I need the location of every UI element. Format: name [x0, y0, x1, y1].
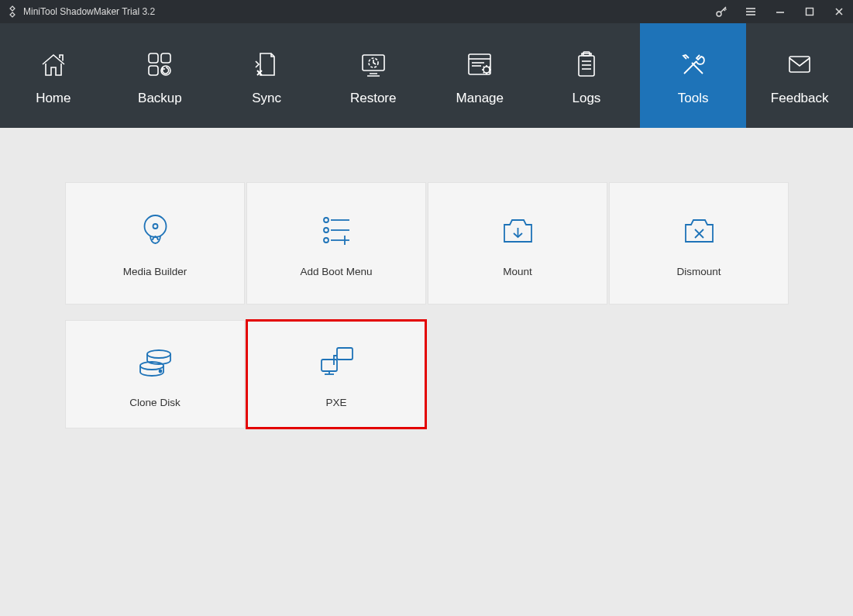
svg-rect-24: [789, 57, 810, 72]
svg-point-29: [324, 228, 328, 232]
nav-manage[interactable]: Manage: [427, 23, 534, 128]
restore-icon: [358, 50, 389, 80]
nav-label: Home: [36, 91, 71, 106]
nav-label: Sync: [252, 91, 281, 106]
backup-icon: [144, 50, 175, 80]
feedback-icon: [784, 50, 815, 80]
tool-mount[interactable]: Mount: [428, 182, 607, 305]
titlebar: MiniTool ShadowMaker Trial 3.2: [0, 0, 853, 23]
svg-rect-42: [322, 360, 337, 371]
tool-label: Mount: [503, 266, 532, 277]
tool-clone-disk[interactable]: Clone Disk: [65, 320, 245, 428]
svg-rect-5: [807, 9, 813, 15]
close-icon[interactable]: [830, 2, 848, 21]
nav-tools[interactable]: Tools: [640, 23, 747, 128]
tool-label: PXE: [325, 397, 346, 408]
logs-icon: [571, 50, 602, 80]
tool-label: Clone Disk: [129, 397, 180, 408]
home-icon: [38, 50, 69, 80]
tool-pxe[interactable]: PXE: [246, 320, 426, 428]
pxe-icon: [315, 340, 358, 383]
add-boot-menu-icon: [315, 209, 358, 252]
svg-rect-8: [149, 53, 158, 63]
tools-icon: [678, 50, 709, 80]
tools-content: Media Builder Add Boot Menu Mount Dismou…: [0, 128, 853, 483]
nav-sync[interactable]: Sync: [213, 23, 320, 128]
tool-dismount[interactable]: Dismount: [609, 182, 789, 305]
nav-label: Feedback: [771, 91, 829, 106]
nav-feedback[interactable]: Feedback: [746, 23, 853, 128]
svg-rect-10: [149, 66, 158, 75]
svg-rect-9: [161, 53, 170, 63]
navbar: Home Backup Sync Restore Manage Logs: [0, 23, 853, 128]
tool-label: Add Boot Menu: [300, 266, 372, 277]
media-builder-icon: [134, 209, 177, 252]
nav-home[interactable]: Home: [0, 23, 107, 128]
nav-restore[interactable]: Restore: [320, 23, 427, 128]
svg-point-38: [147, 350, 170, 358]
app-logo-icon: [6, 5, 19, 18]
svg-rect-19: [579, 56, 594, 76]
tool-media-builder[interactable]: Media Builder: [65, 182, 245, 305]
tool-label: Dismount: [676, 266, 721, 277]
svg-point-27: [324, 218, 328, 222]
key-icon[interactable]: [712, 2, 731, 21]
nav-backup[interactable]: Backup: [107, 23, 214, 128]
svg-rect-41: [337, 348, 353, 360]
tool-add-boot-menu[interactable]: Add Boot Menu: [246, 182, 426, 305]
dismount-icon: [678, 209, 721, 252]
svg-point-18: [483, 67, 490, 73]
sync-icon: [251, 50, 282, 80]
menu-icon[interactable]: [741, 2, 760, 21]
svg-point-0: [717, 12, 721, 16]
svg-point-40: [159, 370, 161, 373]
maximize-icon[interactable]: [800, 2, 819, 21]
nav-label: Logs: [573, 91, 601, 106]
app-title: MiniTool ShadowMaker Trial 3.2: [23, 6, 712, 17]
tool-label: Media Builder: [123, 266, 187, 277]
nav-label: Restore: [350, 91, 397, 106]
svg-rect-14: [469, 54, 490, 74]
nav-label: Backup: [138, 91, 182, 106]
svg-point-25: [144, 215, 166, 237]
nav-label: Tools: [678, 91, 709, 106]
nav-label: Manage: [456, 91, 504, 106]
clone-disk-icon: [134, 340, 177, 383]
svg-point-26: [153, 224, 157, 229]
manage-icon: [464, 50, 495, 80]
minimize-icon[interactable]: [771, 2, 789, 21]
nav-logs[interactable]: Logs: [533, 23, 640, 128]
svg-point-31: [324, 238, 328, 243]
mount-icon: [497, 209, 539, 252]
